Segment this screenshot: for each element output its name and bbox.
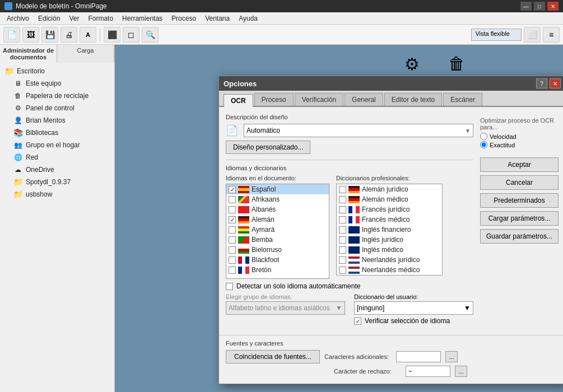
verify-lang-cb[interactable]: ✓ xyxy=(354,318,361,325)
lang-cb-bemba[interactable] xyxy=(229,236,236,244)
menu-ver[interactable]: Ver xyxy=(64,13,83,24)
user-dict-select[interactable]: [ninguno] ▼ xyxy=(354,301,473,315)
minimize-button[interactable]: — xyxy=(520,2,532,11)
lang-item-bielorruso[interactable]: Bielorruso xyxy=(226,245,329,255)
reject-char-input[interactable] xyxy=(406,366,450,377)
defaults-button[interactable]: Predeterminados xyxy=(480,193,559,208)
dict-cb-fr-med[interactable] xyxy=(339,216,346,223)
reject-char-dots-button[interactable]: ... xyxy=(455,366,467,377)
sidebar-item-papelera[interactable]: 🗑 Papelera de reciclaje xyxy=(0,90,114,102)
lang-cb-bielorruso[interactable] xyxy=(229,246,236,254)
lang-item-aleman[interactable]: ✓ Alemán xyxy=(226,214,329,225)
tab-general[interactable]: General xyxy=(345,93,383,106)
dialog-title: Opciones xyxy=(224,80,257,88)
menu-ventana[interactable]: Ventana xyxy=(201,13,234,24)
sidebar-item-red[interactable]: 🌐 Red xyxy=(0,151,114,164)
lang-cb-breton[interactable] xyxy=(229,267,236,274)
dict-cb-en-jur[interactable] xyxy=(339,236,346,244)
toolbar-btn3[interactable]: ◻ xyxy=(123,27,139,43)
dict-item-nl-med[interactable]: Neerlandés médico xyxy=(337,265,442,275)
prof-dict-list: Alemán jurídico Alemán médico xyxy=(336,184,443,276)
sidebar-item-brian[interactable]: 👤 Brian Mentos xyxy=(0,114,114,127)
dict-item-en-med[interactable]: Inglés médico xyxy=(337,245,442,255)
lang-cb-albanes[interactable] xyxy=(229,206,236,213)
tab-proceso[interactable]: Proceso xyxy=(254,93,294,106)
lang-item-aymara[interactable]: Aymará xyxy=(226,225,329,235)
accept-button[interactable]: Aceptar xyxy=(480,157,559,172)
lang-item-breton[interactable]: Bretón xyxy=(226,265,329,275)
sidebar-item-panel[interactable]: ⚙ Panel de control xyxy=(0,102,114,114)
toolbar-view-btn2[interactable]: ≡ xyxy=(543,27,560,43)
menu-herramientas[interactable]: Herramientas xyxy=(118,13,167,24)
lang-item-blackfoot[interactable]: Blackfoot xyxy=(226,255,329,265)
lang-cb-aymara[interactable] xyxy=(229,226,236,234)
lang-item-bemba[interactable]: Bemba xyxy=(226,235,329,245)
dict-item-fr-jur[interactable]: Francés jurídico xyxy=(337,204,442,214)
ocr-speed-radio[interactable] xyxy=(480,133,487,140)
menu-formato[interactable]: Formato xyxy=(83,13,118,24)
lang-cb-aleman[interactable]: ✓ xyxy=(229,216,236,223)
toolbar-img[interactable]: 🖼 xyxy=(22,27,39,43)
save-params-button[interactable]: Guardar parámetros... xyxy=(480,229,559,244)
dict-item-de-jur[interactable]: Alemán jurídico xyxy=(337,184,442,194)
design-custom-button[interactable]: Diseño personalizado... xyxy=(226,141,310,154)
design-select[interactable]: Automático ▼ xyxy=(244,124,473,137)
dict-cb-de-jur[interactable] xyxy=(339,186,346,193)
app-close-button[interactable]: ✕ xyxy=(547,2,559,11)
toolbar-btn2[interactable]: ⬛ xyxy=(104,27,120,43)
dict-item-fr-med[interactable]: Francés médico xyxy=(337,214,442,225)
menu-archivo[interactable]: Archivo xyxy=(2,13,34,24)
dict-item-en-jur[interactable]: Inglés jurídico xyxy=(337,235,442,245)
toolbar-view-btn1[interactable]: ⬜ xyxy=(524,27,541,43)
lang-item-afrikaans[interactable]: Afrikaans xyxy=(226,194,329,204)
sidebar-item-escritorio[interactable]: 📁 Escritorio xyxy=(0,65,114,77)
sidebar-item-usbshow[interactable]: 📁 usbshow xyxy=(0,188,114,200)
dict-cb-nl-med[interactable] xyxy=(339,267,346,274)
lang-cb-espanol[interactable]: ✓ xyxy=(229,186,236,193)
toolbar-new[interactable]: 📄 xyxy=(3,27,20,43)
dialog-close-button[interactable]: ✕ xyxy=(550,78,561,88)
lang-cb-blackfoot[interactable] xyxy=(229,256,236,264)
dict-item-nl-jur[interactable]: Neerlandés jurídico xyxy=(337,255,442,265)
view-dropdown[interactable]: Vista flexible xyxy=(471,29,522,41)
lang-item-albanes[interactable]: Albanés xyxy=(226,204,329,214)
tab-scanner[interactable]: Escáner xyxy=(443,93,482,106)
dialog-help-button[interactable]: ? xyxy=(536,78,547,88)
dict-cb-de-med[interactable] xyxy=(339,196,346,203)
dict-cb-en-med[interactable] xyxy=(339,246,346,254)
tab-editor[interactable]: Editor de texto xyxy=(384,93,442,106)
load-params-button[interactable]: Cargar parámetros... xyxy=(480,211,559,226)
menu-proceso[interactable]: Proceso xyxy=(167,13,201,24)
tab-docs[interactable]: Administrador de documentos xyxy=(0,45,57,63)
tab-carga[interactable]: Carga xyxy=(57,45,114,63)
dict-cb-fr-jur[interactable] xyxy=(339,206,346,213)
dict-item-de-med[interactable]: Alemán médico xyxy=(337,194,442,204)
maximize-button[interactable]: □ xyxy=(534,2,545,11)
font-match-button[interactable]: Coincidencia de fuentes... xyxy=(226,350,320,363)
dict-item-en-fin[interactable]: Inglés financiero xyxy=(337,225,442,235)
extra-chars-input[interactable] xyxy=(396,351,441,362)
tab-verificacion[interactable]: Verificación xyxy=(295,93,343,106)
menu-ayuda[interactable]: Ayuda xyxy=(234,13,262,24)
group-icon: 👥 xyxy=(13,141,22,150)
menu-edicion[interactable]: Edición xyxy=(34,13,64,24)
toolbar-btn4[interactable]: 🔍 xyxy=(142,27,159,43)
toolbar-print[interactable]: 🖨 xyxy=(61,27,77,43)
dict-cb-en-fin[interactable] xyxy=(339,226,346,234)
sidebar-item-spotydl[interactable]: 📁 Spotydl_0.9.37 xyxy=(0,176,114,188)
lang-cb-afrikaans[interactable] xyxy=(229,196,236,203)
cancel-button[interactable]: Cancelar xyxy=(480,175,559,190)
toolbar-text[interactable]: A xyxy=(80,27,96,43)
auto-detect-cb[interactable] xyxy=(226,283,233,290)
sidebar-item-onedrive[interactable]: ☁ OneDrive xyxy=(0,164,114,176)
toolbar-save[interactable]: 💾 xyxy=(41,27,58,43)
lang-item-espanol[interactable]: ✓ Español xyxy=(226,184,329,194)
tab-ocr[interactable]: OCR xyxy=(224,94,253,107)
sidebar-item-grupo[interactable]: 👥 Grupo en el hogar xyxy=(0,139,114,151)
ocr-accuracy-radio[interactable] xyxy=(480,141,487,148)
extra-chars-dots-button[interactable]: ... xyxy=(445,351,458,362)
sidebar-item-equipo[interactable]: 🖥 Este equipo xyxy=(0,77,114,90)
dict-cb-nl-jur[interactable] xyxy=(339,256,346,264)
doc-language-list[interactable]: ✓ Español Afrikaans xyxy=(226,184,329,279)
sidebar-item-bibliotecas[interactable]: 📚 Bibliotecas xyxy=(0,127,114,139)
